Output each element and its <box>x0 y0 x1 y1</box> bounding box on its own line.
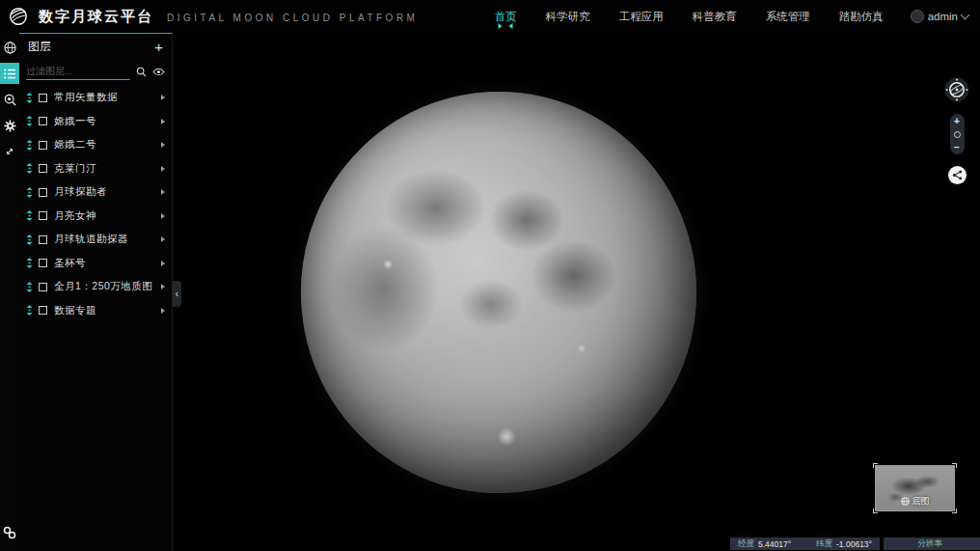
layer-row-grail[interactable]: 圣杯号 <box>19 252 172 276</box>
layer-checkbox[interactable] <box>39 117 47 125</box>
layer-panel-header: 图层 + <box>19 34 172 58</box>
layer-checkbox[interactable] <box>39 306 47 315</box>
link-tool-button[interactable] <box>0 522 19 543</box>
user-menu[interactable]: admin <box>911 10 968 23</box>
compass-control[interactable] <box>944 77 969 102</box>
expand-chevron-icon[interactable] <box>161 166 165 172</box>
share-button[interactable] <box>948 166 966 184</box>
nav-science-research[interactable]: 科学研究 <box>544 8 592 26</box>
expand-chevron-icon[interactable] <box>161 284 165 289</box>
layer-row-clementine[interactable]: 克莱门汀 <box>19 157 172 181</box>
main-nav: 首页 科学研究 工程应用 科普教育 系统管理 踏勘仿真 admin <box>493 0 980 33</box>
basemap-toggle[interactable]: 底图 <box>901 495 930 508</box>
drag-handle-icon[interactable] <box>25 140 34 151</box>
drag-handle-icon[interactable] <box>25 210 34 221</box>
expand-chevron-icon[interactable] <box>161 119 165 124</box>
minimap-corner-mark <box>952 509 957 513</box>
search-icon[interactable] <box>136 67 147 77</box>
layer-checkbox[interactable] <box>39 164 47 173</box>
longitude-value: 5.44017° <box>758 539 791 549</box>
nav-home[interactable]: 首页 <box>493 8 519 26</box>
drag-handle-icon[interactable] <box>25 163 34 174</box>
nav-engineering-application[interactable]: 工程应用 <box>617 8 666 26</box>
expand-chevron-icon[interactable] <box>161 308 165 314</box>
gear-icon <box>4 120 16 132</box>
layer-row-change-2[interactable]: 嫦娥二号 <box>19 133 172 157</box>
expand-chevron-icon[interactable] <box>161 236 165 242</box>
layer-checkbox[interactable] <box>39 235 47 244</box>
latitude-label: 纬度 <box>816 538 832 550</box>
layer-row-lunar-prospector[interactable]: 月球探勘者 <box>19 180 172 205</box>
map-controls: + − <box>944 77 969 184</box>
layer-panel: 图层 + 常用矢量数据 嫦娥 <box>19 33 173 551</box>
sidebar-collapse-handle[interactable]: ‹ <box>173 281 181 307</box>
add-layer-button[interactable]: + <box>154 41 163 53</box>
settings-tool-button[interactable] <box>0 115 19 136</box>
expand-chevron-icon[interactable] <box>161 95 165 100</box>
search-tool-button[interactable] <box>0 89 19 110</box>
layer-checkbox[interactable] <box>39 188 47 197</box>
drag-handle-icon[interactable] <box>25 93 34 103</box>
minimap-corner-mark <box>873 509 878 513</box>
expand-chevron-icon[interactable] <box>161 213 165 219</box>
layer-checkbox[interactable] <box>39 211 47 220</box>
platform-title-en: DIGITAL MOON CLOUD PLATFORM <box>167 13 418 23</box>
layer-panel-title: 图层 <box>28 39 51 55</box>
layers-icon <box>4 69 15 79</box>
globe-icon <box>4 41 16 54</box>
platform-title-cn: 数字月球云平台 <box>39 8 153 26</box>
minimap[interactable]: 底图 <box>875 465 955 511</box>
fullscreen-tool-button[interactable] <box>0 141 19 162</box>
drag-handle-icon[interactable] <box>25 187 34 198</box>
avatar <box>911 10 924 23</box>
layers-tool-button[interactable] <box>0 63 19 84</box>
user-name: admin <box>928 11 958 22</box>
layer-row-lunar-orbiter[interactable]: 月球轨道勘探器 <box>19 228 172 252</box>
chevron-down-icon <box>961 11 970 20</box>
statusbar: 经度 5.44017° 纬度 -1.00613° 分辨率 <box>730 537 980 550</box>
layer-row-common-vector-data[interactable]: 常用矢量数据 <box>19 86 172 110</box>
minimap-corner-mark <box>873 463 878 468</box>
drag-handle-icon[interactable] <box>25 234 34 245</box>
map-viewport[interactable]: + − <box>173 33 980 551</box>
zoom-out-button[interactable]: − <box>954 143 960 152</box>
nav-survey-simulation[interactable]: 踏勘仿真 <box>837 8 885 26</box>
nav-system-management[interactable]: 系统管理 <box>764 8 812 26</box>
eye-icon[interactable] <box>152 68 165 76</box>
layer-checkbox[interactable] <box>39 259 47 267</box>
drag-handle-icon[interactable] <box>25 305 34 316</box>
drag-handle-icon[interactable] <box>25 258 34 268</box>
fullscreen-icon <box>4 146 15 157</box>
latitude-value: -1.00613° <box>836 539 872 549</box>
zoom-control: + − <box>950 114 965 154</box>
layer-checkbox[interactable] <box>39 94 47 102</box>
share-icon <box>952 170 963 180</box>
minimap-corner-mark <box>952 463 957 468</box>
icon-rail <box>0 33 19 551</box>
moon-globe[interactable] <box>301 92 696 493</box>
brand: 数字月球云平台 DIGITAL MOON CLOUD PLATFORM <box>0 6 418 27</box>
nav-science-education[interactable]: 科普教育 <box>691 8 739 26</box>
layer-checkbox[interactable] <box>39 283 47 291</box>
expand-chevron-icon[interactable] <box>161 142 165 148</box>
zoom-reset-button[interactable] <box>954 131 961 138</box>
expand-chevron-icon[interactable] <box>161 261 165 266</box>
zoom-in-button[interactable]: + <box>954 117 960 125</box>
drag-handle-icon[interactable] <box>25 116 34 126</box>
layer-checkbox[interactable] <box>39 141 47 150</box>
layer-row-data-topics[interactable]: 数据专题 <box>19 299 172 323</box>
layer-list: 常用矢量数据 嫦娥一号 嫦娥二号 克莱门汀 <box>19 80 172 322</box>
layer-row-geologic-map[interactable]: 全月1：250万地质图 <box>19 275 172 299</box>
resolution-label: 分辨率 <box>917 538 942 550</box>
globe-icon <box>901 497 910 506</box>
link-icon <box>3 526 16 539</box>
topbar: 数字月球云平台 DIGITAL MOON CLOUD PLATFORM 首页 科… <box>0 0 980 33</box>
drag-handle-icon[interactable] <box>25 282 34 292</box>
layer-filter-input[interactable] <box>26 64 130 80</box>
layer-row-kaguya[interactable]: 月亮女神 <box>19 205 172 229</box>
layer-filter-row <box>19 58 172 80</box>
layer-row-change-1[interactable]: 嫦娥一号 <box>19 110 172 134</box>
expand-chevron-icon[interactable] <box>161 189 165 195</box>
app-root: 数字月球云平台 DIGITAL MOON CLOUD PLATFORM 首页 科… <box>0 0 980 551</box>
globe-tool-button[interactable] <box>0 37 19 58</box>
